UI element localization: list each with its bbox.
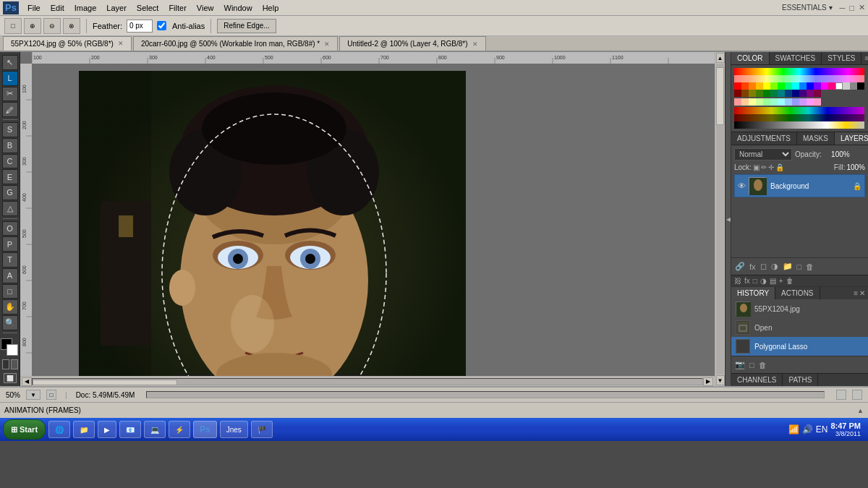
layer-fx-icon[interactable]: fx	[744, 277, 750, 285]
swatch-light-magenta[interactable]	[807, 98, 814, 106]
history-panel-menu[interactable]: ≡	[854, 289, 858, 297]
taskbar-jnes[interactable]: Jnes	[220, 421, 248, 438]
new-selection-btn[interactable]: □	[4, 18, 22, 34]
lock-move-icon[interactable]: ✛	[768, 163, 774, 171]
add-mask-btn[interactable]: ◻	[759, 260, 768, 273]
menu-help[interactable]: Help	[258, 2, 284, 14]
eyedropper-tool[interactable]: 🖉	[2, 102, 18, 117]
tab-actions[interactable]: ACTIONS	[775, 287, 820, 299]
swatch-teal[interactable]	[778, 90, 785, 97]
tab-3-close[interactable]: ✕	[472, 40, 478, 48]
swatch-light-lime[interactable]	[756, 98, 763, 106]
move-tool[interactable]: ↖	[2, 55, 18, 70]
taskbar-app5[interactable]: 💻	[144, 421, 166, 438]
swatch-red[interactable]	[734, 82, 741, 90]
swatch-peach[interactable]	[741, 98, 749, 106]
swatch-indigo[interactable]	[799, 90, 807, 97]
tab-1[interactable]: 55PX1204.jpg @ 50% (RGB/8*) ✕	[3, 36, 132, 51]
gradient-tool[interactable]: G	[2, 185, 18, 200]
zoom-menu-btn[interactable]: ▼	[26, 390, 41, 400]
swatch-cyan[interactable]	[792, 82, 799, 90]
swatch-navy-teal[interactable]	[785, 90, 792, 97]
swatch-amber[interactable]	[756, 82, 763, 90]
delete-layer-btn[interactable]: 🗑	[804, 261, 815, 273]
fill-value[interactable]: 100%	[846, 163, 865, 171]
swatch-dark-green[interactable]	[763, 90, 770, 97]
tab-styles[interactable]: STYLES	[822, 52, 861, 64]
layer-grp2-icon[interactable]: ▤	[770, 277, 776, 285]
anim-collapse-icon[interactable]: ▲	[857, 407, 864, 414]
feather-input[interactable]	[127, 20, 153, 33]
swatch-green[interactable]	[778, 82, 785, 90]
tab-masks[interactable]: MASKS	[797, 132, 835, 145]
tab-adjustments[interactable]: ADJUSTMENTS	[731, 132, 797, 145]
scroll-right-btn[interactable]: ▶	[703, 377, 713, 386]
scroll-up-btn[interactable]: ▲	[716, 53, 725, 63]
history-item-lasso[interactable]: Polygonal Lasso	[731, 337, 868, 356]
layer-del2-icon[interactable]: 🗑	[786, 277, 793, 285]
color-panel-menu[interactable]: ≡	[864, 54, 868, 62]
color-spectrum-row1[interactable]	[734, 68, 864, 75]
swatch-magenta[interactable]	[821, 82, 828, 90]
swatch-mint[interactable]	[770, 98, 778, 106]
taskbar-explorer[interactable]: 📁	[73, 421, 95, 438]
taskbar-app4[interactable]: 📧	[119, 421, 141, 438]
scroll-track-v[interactable]	[716, 64, 724, 374]
swatch-light-azure[interactable]	[785, 98, 792, 106]
tab-layers[interactable]: LAYERS	[835, 132, 868, 145]
lasso-tool[interactable]: L	[2, 71, 18, 86]
scroll-left-btn[interactable]: ◀	[22, 377, 32, 386]
swatch-lime[interactable]	[770, 82, 778, 90]
close-btn[interactable]: ✕	[859, 3, 865, 12]
swatch-dark-lime[interactable]	[756, 90, 763, 97]
color-spectrum-row2[interactable]	[734, 75, 864, 82]
swatch-dark-rose[interactable]	[814, 90, 821, 97]
new-snapshot-btn[interactable]: 📷	[733, 359, 746, 371]
vertical-scrollbar[interactable]: ▲ ▼	[715, 52, 725, 386]
swatch-teal-green[interactable]	[770, 90, 778, 97]
taskbar-ps[interactable]: Ps	[193, 421, 217, 438]
add-group-btn[interactable]: 📁	[781, 260, 794, 273]
standard-mode[interactable]	[2, 359, 9, 369]
menu-window[interactable]: Window	[220, 2, 257, 14]
spot-heal-tool[interactable]: S	[2, 122, 18, 137]
language-icon[interactable]: EN	[816, 424, 828, 435]
menu-file[interactable]: File	[23, 2, 45, 14]
history-panel-close[interactable]: ✕	[859, 289, 865, 297]
opacity-value[interactable]: 100%	[825, 150, 850, 158]
layer-style-btn[interactable]: fx	[748, 261, 757, 273]
tab-channels[interactable]: CHANNELS	[731, 374, 783, 386]
color-spectrum-row4[interactable]	[734, 114, 864, 121]
start-button[interactable]: ⊞ Start	[3, 419, 46, 440]
color-spectrum-row5[interactable]	[734, 121, 864, 129]
swatch-gray[interactable]	[850, 82, 857, 90]
swatch-light-green[interactable]	[763, 98, 770, 106]
swatch-brown[interactable]	[741, 90, 749, 97]
layer-mask2-icon[interactable]: □	[753, 277, 757, 285]
swatch-maroon[interactable]	[734, 90, 741, 97]
menu-select[interactable]: Select	[132, 2, 163, 14]
swatch-light-cyan[interactable]	[778, 98, 785, 106]
essentials-label[interactable]: ESSENTIALS ▾	[782, 4, 832, 12]
tab-2-close[interactable]: ✕	[324, 40, 330, 48]
scroll-mini-left[interactable]	[836, 390, 846, 400]
layer-background[interactable]: 👁 Background 🔒	[734, 174, 865, 197]
swatch-yellow[interactable]	[763, 82, 770, 90]
minimize-btn[interactable]: ─	[840, 4, 846, 12]
hand-tool[interactable]: ✋	[2, 299, 18, 314]
swatch-olive[interactable]	[749, 90, 756, 97]
swatch-light-yellow[interactable]	[749, 98, 756, 106]
right-panel-collapse[interactable]: ◀	[725, 52, 731, 386]
color-spectrum-row3[interactable]	[734, 107, 864, 114]
delete-state-btn[interactable]: 🗑	[757, 359, 768, 371]
tab-2[interactable]: 20carr-600.jpg @ 500% (Workable Iron man…	[133, 36, 338, 51]
tab-paths[interactable]: PATHS	[783, 374, 818, 386]
menu-layer[interactable]: Layer	[102, 2, 131, 14]
swatch-lavender[interactable]	[799, 98, 807, 106]
text-tool[interactable]: T	[2, 252, 18, 267]
menu-filter[interactable]: Filter	[164, 2, 190, 14]
zoom-tool[interactable]: 🔍	[2, 315, 18, 330]
menu-image[interactable]: Image	[70, 2, 101, 14]
canvas[interactable]	[32, 64, 715, 376]
scroll-thumb-v[interactable]	[716, 67, 724, 125]
